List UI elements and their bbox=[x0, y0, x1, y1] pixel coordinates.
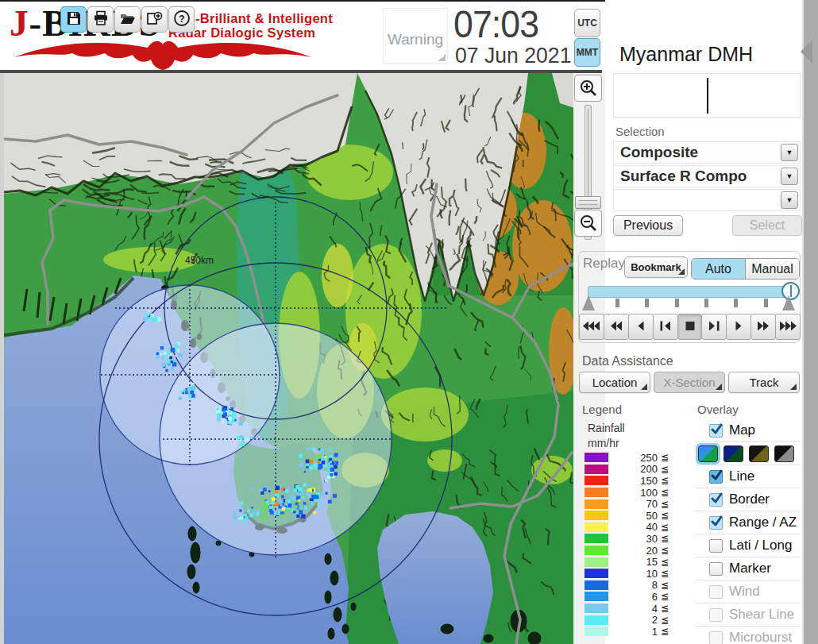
auto-button[interactable]: Auto bbox=[692, 259, 746, 279]
map-checkbox[interactable] bbox=[709, 424, 723, 438]
zoom-in-icon bbox=[579, 79, 598, 98]
dropdown-product-arrow[interactable]: ▼ bbox=[781, 168, 798, 185]
replay-timeline-track[interactable] bbox=[588, 286, 789, 298]
svg-text:?: ? bbox=[179, 13, 184, 24]
window-edge-strip[interactable] bbox=[802, 0, 818, 644]
zoom-in-button[interactable] bbox=[574, 75, 602, 102]
transport-play-button[interactable] bbox=[726, 314, 751, 340]
overlay-item-line[interactable]: Line bbox=[696, 465, 801, 488]
map-style-swatch-4[interactable] bbox=[774, 445, 794, 462]
jump-forward-icon bbox=[779, 321, 797, 334]
dropdown-option-arrow[interactable]: ▼ bbox=[781, 191, 798, 209]
radar-map[interactable]: 450km bbox=[0, 73, 573, 644]
warning-button[interactable]: Warning bbox=[383, 8, 448, 64]
range-az-label: Range / AZ bbox=[729, 515, 797, 530]
selection-label: Selection bbox=[615, 125, 665, 138]
control-panel: Myanmar DMH Selection Composite ▼ Surfac… bbox=[605, 0, 802, 644]
legend-row: 10≦ bbox=[585, 568, 688, 580]
marker-checkbox[interactable] bbox=[709, 562, 723, 576]
utc-button[interactable]: UTC bbox=[574, 9, 600, 37]
help-button[interactable]: ? bbox=[168, 6, 195, 33]
legend-value: 40 bbox=[616, 521, 658, 533]
overlay-item-border[interactable]: Border bbox=[696, 488, 801, 511]
mmt-button[interactable]: MMT bbox=[574, 38, 600, 67]
bookmark-button[interactable]: Bookmark bbox=[624, 256, 688, 278]
x-section-button[interactable]: X-Section bbox=[654, 372, 725, 393]
manual-button[interactable]: Manual bbox=[746, 259, 799, 279]
legend-threshold-symbol: ≦ bbox=[661, 603, 669, 614]
transport-rewind-button[interactable] bbox=[604, 314, 629, 340]
open-button[interactable] bbox=[114, 6, 141, 33]
stop-icon bbox=[681, 321, 699, 334]
legend-row: 8≦ bbox=[585, 580, 688, 592]
dropdown-category[interactable]: Composite ▼ bbox=[613, 141, 801, 164]
eagle-logo-icon bbox=[11, 38, 314, 70]
legend-unit-line2: mm/hr bbox=[588, 437, 619, 449]
zoom-slider-handle[interactable] bbox=[575, 196, 601, 209]
legend-threshold-symbol: ≦ bbox=[661, 568, 669, 579]
legend-value: 100 bbox=[616, 487, 658, 499]
legend-swatch bbox=[585, 523, 608, 532]
timeline-tick bbox=[675, 299, 679, 307]
legend-row: 250≦ bbox=[585, 452, 688, 464]
transport-play-reverse-button[interactable] bbox=[628, 314, 654, 340]
print-button[interactable] bbox=[87, 6, 114, 33]
legend-row: 4≦ bbox=[585, 603, 688, 615]
legend-threshold-symbol: ≦ bbox=[661, 464, 669, 475]
legend-row: 200≦ bbox=[585, 464, 688, 476]
legend-value: 2 bbox=[616, 614, 658, 626]
legend-row: 2≦ bbox=[585, 614, 688, 626]
replay-end-marker[interactable] bbox=[782, 295, 795, 310]
overlay-item-lati-long[interactable]: Lati / Long bbox=[696, 534, 801, 557]
overlay-item-shear-line[interactable]: Shear Line bbox=[696, 604, 801, 627]
warning-resize-grip[interactable] bbox=[438, 54, 446, 61]
save-button[interactable] bbox=[60, 6, 87, 33]
replay-start-marker[interactable] bbox=[582, 295, 595, 310]
previous-button[interactable]: Previous bbox=[613, 215, 683, 236]
dropdown-product[interactable]: Surface R Compo ▼ bbox=[613, 165, 801, 187]
legend-threshold-symbol: ≦ bbox=[661, 452, 669, 463]
x-section-label: X-Section bbox=[663, 376, 715, 389]
overlay-item-map[interactable]: Map bbox=[696, 419, 801, 442]
x-section-menu-fold bbox=[716, 384, 722, 390]
map-style-swatch-2[interactable] bbox=[723, 445, 743, 462]
station-listbox[interactable] bbox=[613, 73, 801, 118]
overlay-item-microburst[interactable]: Microburst bbox=[696, 627, 801, 644]
legend-swatch bbox=[585, 604, 608, 613]
map-style-swatch-3[interactable] bbox=[749, 445, 769, 462]
timeline-tick bbox=[704, 299, 708, 307]
transport-step-forward-button[interactable] bbox=[701, 314, 727, 340]
map-style-swatch-1[interactable] bbox=[698, 445, 718, 462]
legend-value: 6 bbox=[616, 591, 658, 603]
new-window-button[interactable] bbox=[141, 6, 168, 33]
line-label: Line bbox=[729, 469, 754, 484]
legend-swatch bbox=[585, 499, 608, 509]
border-checkbox[interactable] bbox=[709, 493, 723, 507]
track-label: Track bbox=[750, 376, 779, 389]
range-ring-label: 450km bbox=[185, 255, 214, 266]
open-icon bbox=[119, 10, 136, 29]
transport-stop-button[interactable] bbox=[677, 314, 703, 340]
track-button[interactable]: Track bbox=[728, 372, 800, 393]
play-reverse-icon bbox=[632, 321, 650, 334]
transport-jump-back-button[interactable] bbox=[579, 314, 604, 340]
overlay-item-marker[interactable]: Marker bbox=[696, 557, 801, 580]
legend-threshold-symbol: ≦ bbox=[661, 626, 669, 637]
location-button[interactable]: Location bbox=[579, 372, 650, 393]
legend-row: 30≦ bbox=[585, 533, 688, 545]
border-label: Border bbox=[729, 492, 770, 507]
legend-row: 50≦ bbox=[585, 510, 688, 522]
overlay-item-range-az[interactable]: Range / AZ bbox=[696, 511, 801, 534]
transport-step-back-button[interactable] bbox=[653, 314, 678, 340]
dropdown-option[interactable]: ▼ bbox=[613, 189, 801, 211]
lati-long-checkbox[interactable] bbox=[709, 539, 723, 553]
overlay-item-wind[interactable]: Wind bbox=[696, 580, 801, 604]
range-az-checkbox[interactable] bbox=[709, 516, 723, 530]
dropdown-category-arrow[interactable]: ▼ bbox=[781, 144, 798, 161]
track-menu-fold bbox=[790, 384, 797, 390]
transport-fast-forward-button[interactable] bbox=[750, 314, 776, 340]
transport-jump-forward-button[interactable] bbox=[775, 314, 801, 340]
line-checkbox[interactable] bbox=[709, 470, 723, 484]
select-button[interactable]: Select bbox=[732, 215, 802, 236]
zoom-out-button[interactable] bbox=[574, 210, 602, 237]
